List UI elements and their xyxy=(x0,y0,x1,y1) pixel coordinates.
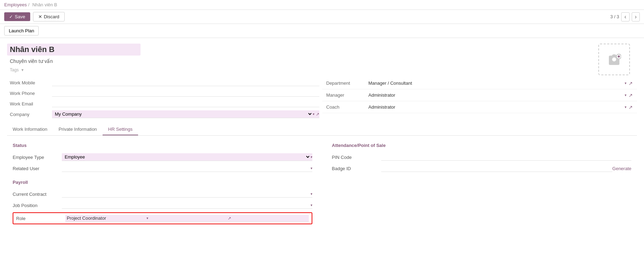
work-fields-panel: Work Mobile Work Phone Work Email Compan… xyxy=(7,77,322,120)
tabs-container: Work Information Private Information HR … xyxy=(7,124,637,136)
toolbar: ✓ Save ✕ Discard 3 / 3 ‹ › xyxy=(0,10,644,24)
tab-private-information[interactable]: Private Information xyxy=(53,124,103,135)
job-position-dropdown-icon: ▾ xyxy=(311,203,312,207)
role-label: Role xyxy=(16,216,65,221)
employee-type-dropdown-icon: ▾ xyxy=(311,155,312,159)
related-user-label: Related User xyxy=(13,166,62,171)
badge-id-row: Badge ID Generate xyxy=(329,163,635,174)
main-content: Nhân viên B Chuyên viên tư vấn Tags ▾ Wo… xyxy=(0,38,644,238)
role-field-value: Project Coordinator ▾ ↗ xyxy=(65,215,309,222)
employee-name[interactable]: Nhân viên B xyxy=(7,44,141,56)
employee-job-title[interactable]: Chuyên viên tư vấn xyxy=(7,58,637,65)
employee-header-left: Nhân viên B Chuyên viên tư vấn Tags ▾ xyxy=(7,44,637,73)
pin-code-input-wrapper xyxy=(381,154,632,161)
sub-toolbar: Launch Plan xyxy=(0,24,644,38)
coach-external-link-icon[interactable]: ↗ xyxy=(629,104,633,110)
badge-id-label: Badge ID xyxy=(332,166,381,171)
company-row: Company My Company ▾ ↗ xyxy=(7,109,322,120)
department-label: Department xyxy=(326,80,369,86)
employee-type-select-wrapper: Employee Student Freelancer Outsourced W… xyxy=(62,153,312,161)
prev-button[interactable]: ‹ xyxy=(621,12,629,21)
job-position-label: Job Position xyxy=(13,203,62,208)
department-dropdown-icon[interactable]: ▾ xyxy=(625,81,626,85)
manager-external-link-icon[interactable]: ↗ xyxy=(629,92,633,98)
job-position-input-wrapper: ▾ xyxy=(62,202,312,209)
company-external-link-icon[interactable]: ↗ xyxy=(316,112,319,117)
employee-type-row: Employee Type Employee Student Freelance… xyxy=(10,152,315,163)
coach-label: Coach xyxy=(326,104,369,110)
discard-label: Discard xyxy=(44,14,59,19)
job-position-input[interactable] xyxy=(62,202,311,208)
badge-id-input[interactable] xyxy=(381,165,612,172)
work-email-row: Work Email xyxy=(7,98,322,109)
department-row: Department Manager / Consultant ▾ ↗ xyxy=(322,77,637,89)
company-dropdown-icon: ▾ xyxy=(313,112,314,116)
breadcrumb: Employees / Nhân viên B xyxy=(0,0,644,10)
related-user-input[interactable] xyxy=(62,165,311,172)
badge-id-input-wrapper xyxy=(381,165,612,172)
company-select-wrapper: My Company ▾ ↗ xyxy=(52,110,319,118)
related-user-dropdown-icon: ▾ xyxy=(311,166,312,170)
hr-settings-layout: Status Employee Type Employee Student Fr… xyxy=(10,143,634,226)
coach-dropdown-icon[interactable]: ▾ xyxy=(625,105,626,109)
hr-left-column: Status Employee Type Employee Student Fr… xyxy=(10,143,315,226)
save-icon: ✓ xyxy=(9,14,13,19)
work-phone-input[interactable] xyxy=(52,90,319,97)
current-contract-row: Current Contract ▾ xyxy=(10,188,315,200)
photo-upload[interactable] xyxy=(598,44,630,75)
current-contract-input-wrapper: ▾ xyxy=(62,191,312,198)
chevron-right-icon: › xyxy=(635,14,637,20)
current-contract-dropdown-icon: ▾ xyxy=(311,192,312,196)
manager-label: Manager xyxy=(326,92,369,98)
coach-row: Coach Administrator ▾ ↗ xyxy=(322,101,637,113)
camera-icon xyxy=(607,52,621,66)
manager-dropdown-icon[interactable]: ▾ xyxy=(625,93,626,97)
payroll-section-header: Payroll xyxy=(10,180,315,185)
attendance-section-header: Attendance/Point of Sale xyxy=(329,143,635,148)
work-phone-label: Work Phone xyxy=(10,91,52,96)
pin-code-label: PIN Code xyxy=(332,155,381,160)
manager-value: Administrator xyxy=(369,92,396,98)
work-email-input[interactable] xyxy=(52,100,319,107)
save-label: Save xyxy=(15,14,25,19)
next-button[interactable]: › xyxy=(632,12,640,21)
tab-hr-settings[interactable]: HR Settings xyxy=(103,124,138,135)
breadcrumb-parent[interactable]: Employees xyxy=(4,2,27,7)
department-value: Manager / Consultant xyxy=(369,80,412,86)
tags-placeholder: Tags xyxy=(10,67,19,72)
job-position-row: Job Position ▾ xyxy=(10,200,315,211)
manager-row: Manager Administrator ▾ ↗ xyxy=(322,89,637,101)
role-external-link-icon[interactable]: ↗ xyxy=(228,216,307,221)
work-phone-row: Work Phone xyxy=(7,88,322,98)
work-email-label: Work Email xyxy=(10,101,52,107)
tags-row: Tags ▾ xyxy=(7,67,637,73)
hr-right-column: Attendance/Point of Sale PIN Code Badge … xyxy=(329,143,635,226)
generate-button[interactable]: Generate xyxy=(612,166,631,171)
tab-content-hr-settings: Status Employee Type Employee Student Fr… xyxy=(7,136,637,233)
save-button[interactable]: ✓ Save xyxy=(4,12,30,21)
pin-code-input[interactable] xyxy=(381,154,632,160)
work-mobile-input[interactable] xyxy=(52,79,319,86)
role-dropdown-icon[interactable]: ▾ xyxy=(147,216,226,220)
company-select[interactable]: My Company xyxy=(52,110,313,118)
discard-icon: ✕ xyxy=(38,14,42,19)
role-value: Project Coordinator xyxy=(67,215,147,221)
company-label: Company xyxy=(10,112,52,117)
work-mobile-row: Work Mobile xyxy=(7,77,322,88)
current-contract-label: Current Contract xyxy=(13,192,62,197)
related-user-input-wrapper: ▾ xyxy=(62,165,312,172)
right-fields-panel: Department Manager / Consultant ▾ ↗ Mana… xyxy=(322,77,637,120)
employee-type-select[interactable]: Employee Student Freelancer Outsourced W… xyxy=(62,153,311,161)
breadcrumb-separator: / xyxy=(28,2,30,7)
breadcrumb-current: Nhân viên B xyxy=(32,2,57,7)
status-section-header: Status xyxy=(10,143,315,148)
launch-plan-button[interactable]: Launch Plan xyxy=(4,26,39,36)
current-contract-input[interactable] xyxy=(62,191,311,197)
discard-button[interactable]: ✕ Discard xyxy=(33,12,65,21)
tab-work-information[interactable]: Work Information xyxy=(7,124,53,135)
work-mobile-label: Work Mobile xyxy=(10,80,52,85)
pin-code-row: PIN Code xyxy=(329,152,635,163)
tags-dropdown-arrow[interactable]: ▾ xyxy=(21,67,24,72)
department-external-link-icon[interactable]: ↗ xyxy=(629,80,633,86)
chevron-left-icon: ‹ xyxy=(624,14,626,20)
